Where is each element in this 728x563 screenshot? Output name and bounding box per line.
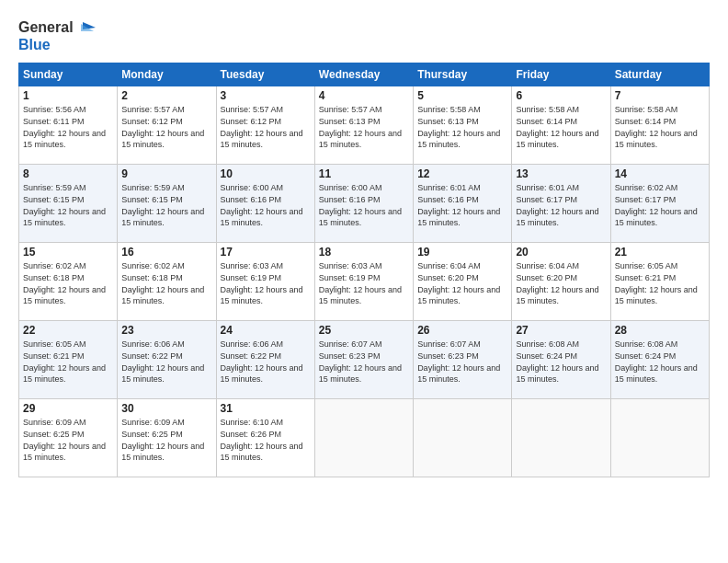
day-info: Sunrise: 6:09 AMSunset: 6:25 PMDaylight:… bbox=[121, 417, 211, 463]
calendar-cell: 29Sunrise: 6:09 AMSunset: 6:25 PMDayligh… bbox=[19, 399, 118, 477]
calendar-cell: 17Sunrise: 6:03 AMSunset: 6:19 PMDayligh… bbox=[216, 243, 314, 321]
day-number: 30 bbox=[121, 402, 211, 415]
day-number: 1 bbox=[23, 89, 113, 102]
day-number: 20 bbox=[516, 246, 606, 259]
day-info: Sunrise: 6:05 AMSunset: 6:21 PMDaylight:… bbox=[615, 260, 705, 306]
calendar-week-3: 15Sunrise: 6:02 AMSunset: 6:18 PMDayligh… bbox=[19, 243, 710, 321]
calendar-table: SundayMondayTuesdayWednesdayThursdayFrid… bbox=[18, 63, 710, 477]
day-info: Sunrise: 6:06 AMSunset: 6:22 PMDaylight:… bbox=[121, 339, 211, 385]
day-info: Sunrise: 6:03 AMSunset: 6:19 PMDaylight:… bbox=[319, 260, 409, 306]
calendar-cell: 2Sunrise: 5:57 AMSunset: 6:12 PMDaylight… bbox=[118, 86, 216, 165]
day-number: 29 bbox=[23, 402, 113, 415]
calendar-cell: 6Sunrise: 5:58 AMSunset: 6:14 PMDaylight… bbox=[512, 86, 610, 165]
day-info: Sunrise: 6:01 AMSunset: 6:17 PMDaylight:… bbox=[516, 182, 606, 228]
logo-general: General bbox=[18, 18, 74, 36]
calendar-cell: 7Sunrise: 5:58 AMSunset: 6:14 PMDaylight… bbox=[610, 86, 709, 165]
day-info: Sunrise: 5:59 AMSunset: 6:15 PMDaylight:… bbox=[121, 182, 211, 228]
day-info: Sunrise: 5:57 AMSunset: 6:12 PMDaylight:… bbox=[221, 104, 311, 150]
day-info: Sunrise: 6:02 AMSunset: 6:17 PMDaylight:… bbox=[615, 182, 705, 228]
day-info: Sunrise: 5:57 AMSunset: 6:12 PMDaylight:… bbox=[121, 104, 211, 150]
day-info: Sunrise: 5:58 AMSunset: 6:13 PMDaylight:… bbox=[417, 104, 507, 150]
calendar-cell: 18Sunrise: 6:03 AMSunset: 6:19 PMDayligh… bbox=[314, 243, 413, 321]
day-number: 3 bbox=[221, 89, 311, 102]
page: General Blue SundayMondayTuesdayWednesda… bbox=[0, 0, 728, 563]
day-number: 24 bbox=[221, 324, 311, 337]
day-number: 22 bbox=[23, 324, 113, 337]
day-number: 9 bbox=[121, 167, 211, 180]
day-number: 28 bbox=[615, 324, 705, 337]
calendar-cell: 23Sunrise: 6:06 AMSunset: 6:22 PMDayligh… bbox=[118, 321, 216, 399]
weekday-header-monday: Monday bbox=[118, 63, 216, 86]
day-number: 31 bbox=[221, 402, 311, 415]
weekday-header-thursday: Thursday bbox=[414, 63, 512, 86]
calendar-cell: 8Sunrise: 5:59 AMSunset: 6:15 PMDaylight… bbox=[19, 165, 118, 243]
day-number: 11 bbox=[319, 167, 409, 180]
day-number: 25 bbox=[319, 324, 409, 337]
weekday-header-sunday: Sunday bbox=[19, 63, 118, 86]
day-info: Sunrise: 6:07 AMSunset: 6:23 PMDaylight:… bbox=[319, 339, 409, 385]
calendar-header-row: SundayMondayTuesdayWednesdayThursdayFrid… bbox=[19, 63, 710, 86]
calendar-cell bbox=[414, 399, 512, 477]
day-number: 4 bbox=[319, 89, 409, 102]
calendar-cell: 22Sunrise: 6:05 AMSunset: 6:21 PMDayligh… bbox=[19, 321, 118, 399]
day-number: 8 bbox=[23, 167, 113, 180]
calendar-cell: 28Sunrise: 6:08 AMSunset: 6:24 PMDayligh… bbox=[610, 321, 709, 399]
day-number: 2 bbox=[121, 89, 211, 102]
calendar-cell: 3Sunrise: 5:57 AMSunset: 6:12 PMDaylight… bbox=[216, 86, 314, 165]
day-number: 15 bbox=[23, 246, 113, 259]
day-info: Sunrise: 6:04 AMSunset: 6:20 PMDaylight:… bbox=[417, 260, 507, 306]
calendar-cell: 5Sunrise: 5:58 AMSunset: 6:13 PMDaylight… bbox=[414, 86, 512, 165]
day-number: 12 bbox=[417, 167, 507, 180]
calendar-week-2: 8Sunrise: 5:59 AMSunset: 6:15 PMDaylight… bbox=[19, 165, 710, 243]
logo-bird-icon bbox=[75, 20, 96, 35]
day-info: Sunrise: 5:58 AMSunset: 6:14 PMDaylight:… bbox=[615, 104, 705, 150]
weekday-header-tuesday: Tuesday bbox=[216, 63, 314, 86]
calendar-cell: 1Sunrise: 5:56 AMSunset: 6:11 PMDaylight… bbox=[19, 86, 118, 165]
day-number: 7 bbox=[615, 89, 705, 102]
day-info: Sunrise: 5:58 AMSunset: 6:14 PMDaylight:… bbox=[516, 104, 606, 150]
day-info: Sunrise: 5:59 AMSunset: 6:15 PMDaylight:… bbox=[23, 182, 113, 228]
day-number: 5 bbox=[417, 89, 507, 102]
day-number: 21 bbox=[615, 246, 705, 259]
day-info: Sunrise: 6:00 AMSunset: 6:16 PMDaylight:… bbox=[319, 182, 409, 228]
calendar-cell: 11Sunrise: 6:00 AMSunset: 6:16 PMDayligh… bbox=[314, 165, 413, 243]
calendar-cell: 25Sunrise: 6:07 AMSunset: 6:23 PMDayligh… bbox=[314, 321, 413, 399]
weekday-header-wednesday: Wednesday bbox=[314, 63, 413, 86]
calendar-cell: 24Sunrise: 6:06 AMSunset: 6:22 PMDayligh… bbox=[216, 321, 314, 399]
calendar-cell: 12Sunrise: 6:01 AMSunset: 6:16 PMDayligh… bbox=[414, 165, 512, 243]
calendar-cell: 20Sunrise: 6:04 AMSunset: 6:20 PMDayligh… bbox=[512, 243, 610, 321]
day-info: Sunrise: 6:02 AMSunset: 6:18 PMDaylight:… bbox=[121, 260, 211, 306]
day-number: 17 bbox=[221, 246, 311, 259]
day-number: 10 bbox=[221, 167, 311, 180]
calendar-cell: 13Sunrise: 6:01 AMSunset: 6:17 PMDayligh… bbox=[512, 165, 610, 243]
day-number: 26 bbox=[417, 324, 507, 337]
day-info: Sunrise: 6:04 AMSunset: 6:20 PMDaylight:… bbox=[516, 260, 606, 306]
calendar-body: 1Sunrise: 5:56 AMSunset: 6:11 PMDaylight… bbox=[19, 86, 710, 477]
day-info: Sunrise: 6:03 AMSunset: 6:19 PMDaylight:… bbox=[221, 260, 311, 306]
calendar-cell: 15Sunrise: 6:02 AMSunset: 6:18 PMDayligh… bbox=[19, 243, 118, 321]
calendar-week-1: 1Sunrise: 5:56 AMSunset: 6:11 PMDaylight… bbox=[19, 86, 710, 165]
day-info: Sunrise: 6:05 AMSunset: 6:21 PMDaylight:… bbox=[23, 339, 113, 385]
calendar-cell bbox=[610, 399, 709, 477]
day-info: Sunrise: 6:00 AMSunset: 6:16 PMDaylight:… bbox=[221, 182, 311, 228]
calendar-cell: 21Sunrise: 6:05 AMSunset: 6:21 PMDayligh… bbox=[610, 243, 709, 321]
calendar-cell: 10Sunrise: 6:00 AMSunset: 6:16 PMDayligh… bbox=[216, 165, 314, 243]
day-info: Sunrise: 5:57 AMSunset: 6:13 PMDaylight:… bbox=[319, 104, 409, 150]
calendar-cell: 16Sunrise: 6:02 AMSunset: 6:18 PMDayligh… bbox=[118, 243, 216, 321]
calendar-week-5: 29Sunrise: 6:09 AMSunset: 6:25 PMDayligh… bbox=[19, 399, 710, 477]
day-info: Sunrise: 6:06 AMSunset: 6:22 PMDaylight:… bbox=[221, 339, 311, 385]
day-number: 16 bbox=[121, 246, 211, 259]
calendar-cell bbox=[512, 399, 610, 477]
day-info: Sunrise: 6:02 AMSunset: 6:18 PMDaylight:… bbox=[23, 260, 113, 306]
day-info: Sunrise: 5:56 AMSunset: 6:11 PMDaylight:… bbox=[23, 104, 113, 150]
day-number: 19 bbox=[417, 246, 507, 259]
day-number: 13 bbox=[516, 167, 606, 180]
logo-blue: Blue bbox=[18, 36, 96, 53]
weekday-header-saturday: Saturday bbox=[610, 63, 709, 86]
day-number: 23 bbox=[121, 324, 211, 337]
day-info: Sunrise: 6:08 AMSunset: 6:24 PMDaylight:… bbox=[516, 339, 606, 385]
weekday-header-friday: Friday bbox=[512, 63, 610, 86]
day-info: Sunrise: 6:01 AMSunset: 6:16 PMDaylight:… bbox=[417, 182, 507, 228]
calendar-cell: 19Sunrise: 6:04 AMSunset: 6:20 PMDayligh… bbox=[414, 243, 512, 321]
day-number: 27 bbox=[516, 324, 606, 337]
